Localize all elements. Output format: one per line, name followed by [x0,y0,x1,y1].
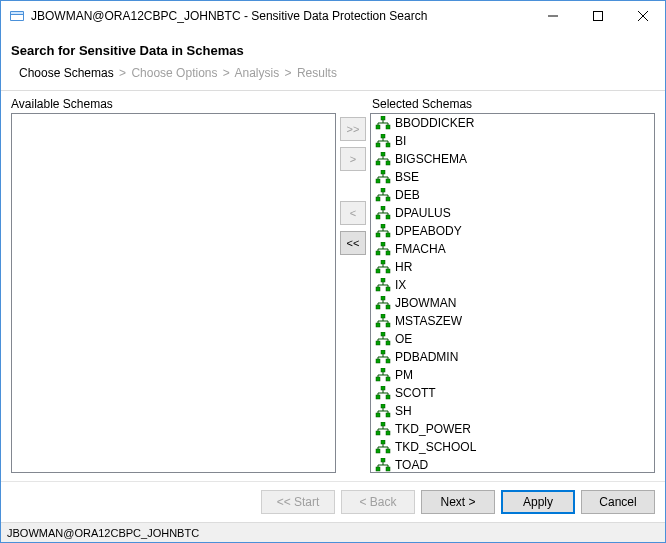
list-item[interactable]: BBODDICKER [371,114,654,132]
svg-rect-28 [381,170,385,174]
list-item[interactable]: DEB [371,186,654,204]
app-icon [9,8,25,24]
list-item[interactable]: SH [371,402,654,420]
remove-one-button[interactable]: < [340,201,366,225]
list-item[interactable]: JBOWMAN [371,294,654,312]
list-item[interactable]: OE [371,330,654,348]
svg-rect-16 [386,143,390,147]
breadcrumb: Choose Schemas > Choose Options > Analys… [1,62,665,90]
svg-rect-37 [386,197,390,201]
selected-label: Selected Schemas [372,97,655,111]
svg-rect-57 [376,251,380,255]
selected-schemas-list[interactable]: BBODDICKERBIBIGSCHEMABSEDEBDPAULUSDPEABO… [370,113,655,473]
chevron-right-icon: > [119,66,126,80]
list-item[interactable]: TKD_POWER [371,420,654,438]
list-item[interactable]: PM [371,366,654,384]
back-button[interactable]: < Back [341,490,415,514]
svg-rect-107 [386,377,390,381]
svg-rect-140 [381,458,385,462]
svg-rect-91 [381,332,385,336]
schema-icon [375,242,391,256]
crumb-choose-options: Choose Options [131,66,217,80]
list-item[interactable]: TOAD [371,456,654,473]
svg-rect-77 [381,296,385,300]
svg-rect-121 [386,413,390,417]
start-button[interactable]: << Start [261,490,335,514]
list-item[interactable]: SCOTT [371,384,654,402]
available-schemas-list[interactable] [11,113,336,473]
chevron-right-icon: > [285,66,292,80]
add-one-button[interactable]: > [340,147,366,171]
minimize-button[interactable] [530,2,575,31]
list-item[interactable]: BI [371,132,654,150]
svg-rect-98 [381,350,385,354]
list-item[interactable]: TKD_SCHOOL [371,438,654,456]
svg-rect-85 [376,323,380,327]
list-item[interactable]: MSTASZEW [371,312,654,330]
svg-rect-134 [376,449,380,453]
schema-icon [375,332,391,346]
schema-icon [375,368,391,382]
svg-rect-92 [376,341,380,345]
list-labels: Available Schemas Selected Schemas [11,97,655,111]
svg-rect-51 [386,233,390,237]
list-item[interactable]: BSE [371,168,654,186]
remove-all-button[interactable]: << [340,231,366,255]
list-item[interactable]: DPEABODY [371,222,654,240]
crumb-choose-schemas[interactable]: Choose Schemas [19,66,114,80]
svg-rect-93 [386,341,390,345]
svg-rect-71 [376,287,380,291]
schema-name: FMACHA [395,242,446,256]
list-item[interactable]: DPAULUS [371,204,654,222]
crumb-analysis: Analysis [235,66,280,80]
schema-icon [375,350,391,364]
svg-rect-44 [386,215,390,219]
svg-rect-128 [386,431,390,435]
svg-rect-30 [386,179,390,183]
close-button[interactable] [620,2,665,31]
status-text: JBOWMAN@ORA12CBPC_JOHNBTC [7,527,199,539]
svg-rect-141 [376,467,380,471]
list-item[interactable]: PDBADMIN [371,348,654,366]
svg-rect-21 [381,152,385,156]
maximize-button[interactable] [575,2,620,31]
available-label: Available Schemas [11,97,336,111]
svg-rect-72 [386,287,390,291]
schema-name: DEB [395,188,420,202]
schema-icon [375,224,391,238]
svg-rect-84 [381,314,385,318]
app-window: JBOWMAN@ORA12CBPC_JOHNBTC - Sensitive Da… [0,0,666,543]
window-title: JBOWMAN@ORA12CBPC_JOHNBTC - Sensitive Da… [31,9,530,23]
schema-name: IX [395,278,406,292]
add-all-button[interactable]: >> [340,117,366,141]
svg-rect-142 [386,467,390,471]
svg-rect-79 [386,305,390,309]
svg-rect-106 [376,377,380,381]
cancel-button[interactable]: Cancel [581,490,655,514]
svg-rect-35 [381,188,385,192]
schema-icon [375,134,391,148]
svg-rect-7 [381,116,385,120]
schema-icon [375,278,391,292]
apply-button[interactable]: Apply [501,490,575,514]
svg-rect-42 [381,206,385,210]
schema-icon [375,314,391,328]
schema-icon [375,188,391,202]
list-item[interactable]: IX [371,276,654,294]
list-item[interactable]: BIGSCHEMA [371,150,654,168]
svg-rect-135 [386,449,390,453]
svg-rect-99 [376,359,380,363]
wizard-buttons: << Start < Back Next > Apply Cancel [1,481,665,522]
list-item[interactable]: HR [371,258,654,276]
schema-name: BIGSCHEMA [395,152,467,166]
title-bar[interactable]: JBOWMAN@ORA12CBPC_JOHNBTC - Sensitive Da… [1,1,665,31]
svg-rect-100 [386,359,390,363]
svg-rect-63 [381,260,385,264]
next-button[interactable]: Next > [421,490,495,514]
list-item[interactable]: FMACHA [371,240,654,258]
schema-icon [375,440,391,454]
schema-icon [375,206,391,220]
content-area: Available Schemas Selected Schemas >> > … [1,91,665,481]
svg-rect-8 [376,125,380,129]
svg-rect-58 [386,251,390,255]
